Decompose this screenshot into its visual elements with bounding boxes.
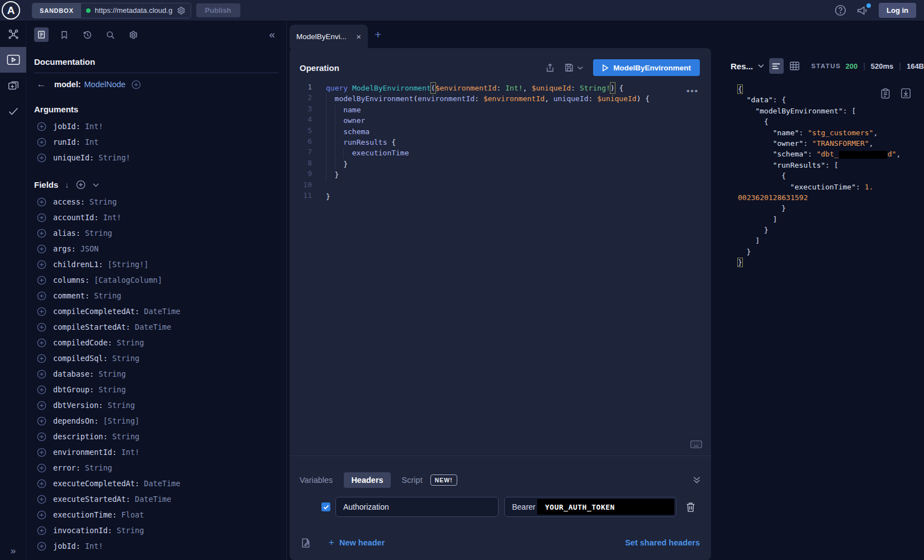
back-arrow-icon[interactable]: ← — [34, 79, 49, 90]
add-field-plus-icon[interactable] — [37, 291, 46, 301]
add-field-plus-icon[interactable] — [37, 369, 46, 379]
new-tab-icon[interactable]: + — [375, 28, 381, 41]
add-field-plus-icon[interactable] — [37, 416, 46, 426]
sort-fields-icon[interactable]: ↓ — [65, 181, 69, 189]
delete-header-icon[interactable] — [686, 502, 695, 512]
rail-item-schema[interactable] — [0, 21, 26, 47]
field-row[interactable]: alias: String — [34, 225, 278, 241]
add-field-plus-icon[interactable] — [37, 338, 46, 348]
rail-item-explorer[interactable] — [0, 47, 26, 73]
rail-item-checklist[interactable] — [0, 98, 26, 124]
add-field-plus-icon[interactable] — [37, 153, 46, 163]
response-dropdown-chevron-icon[interactable] — [758, 64, 764, 68]
docs-tab-history-icon[interactable] — [80, 27, 94, 42]
add-all-fields-icon[interactable] — [76, 180, 86, 189]
publish-button[interactable]: Publish — [196, 3, 240, 17]
collapse-panel-chevrons-icon[interactable] — [693, 476, 701, 484]
endpoint-url[interactable]: https://metadata.cloud.get — [95, 6, 172, 15]
docs-tab-documentation-icon[interactable] — [34, 27, 49, 42]
field-row[interactable]: comment: String — [34, 288, 278, 303]
add-field-plus-icon[interactable] — [37, 244, 46, 254]
add-field-plus-icon[interactable] — [37, 495, 46, 504]
add-field-plus-icon[interactable] — [37, 401, 46, 410]
docs-tab-bookmarks-icon[interactable] — [57, 27, 72, 42]
header-enabled-checkbox[interactable] — [321, 502, 330, 511]
rail-item-operation-collections[interactable] — [0, 73, 26, 98]
argument-row[interactable]: runId: Int — [34, 134, 278, 150]
add-field-plus-icon[interactable] — [37, 432, 46, 442]
docs-tab-search-icon[interactable] — [103, 27, 117, 42]
argument-row[interactable]: jobId: Int! — [34, 118, 278, 134]
expand-rail-icon[interactable]: » — [0, 545, 26, 557]
announcements-megaphone-icon[interactable] — [856, 5, 869, 16]
field-row[interactable]: access: String — [34, 194, 278, 210]
field-row[interactable]: compiledCode: String — [34, 335, 278, 350]
breadcrumb-type-link[interactable]: ModelNode — [84, 80, 126, 89]
save-options-chevron-icon[interactable] — [577, 66, 583, 70]
field-row[interactable]: dbtVersion: String — [34, 397, 278, 413]
tab-script[interactable]: Script — [402, 476, 423, 485]
run-operation-button[interactable]: ModelByEnvironment — [593, 59, 700, 76]
field-row[interactable]: executeCompletedAt: DateTime — [34, 476, 278, 491]
add-field-plus-icon[interactable] — [37, 260, 46, 269]
add-field-plus-icon[interactable] — [37, 122, 46, 131]
field-row[interactable]: compileCompletedAt: DateTime — [34, 303, 278, 319]
header-value-input[interactable]: Bearer YOUR_AUTH_TOKEN — [504, 497, 676, 517]
connection-settings-gear-icon[interactable] — [177, 6, 186, 15]
response-dropdown-label[interactable]: Res... — [731, 61, 753, 71]
operation-tab[interactable]: ModelByEnvi... × — [290, 25, 368, 49]
field-row[interactable]: accountId: Int! — [34, 210, 278, 225]
add-field-plus-icon[interactable] — [37, 322, 46, 332]
add-field-plus-icon[interactable] — [37, 276, 46, 285]
add-field-plus-icon[interactable] — [37, 463, 46, 473]
edit-as-json-icon[interactable] — [301, 538, 311, 548]
add-field-plus-icon[interactable] — [37, 354, 46, 363]
save-operation-icon[interactable] — [564, 63, 574, 73]
field-row[interactable]: environmentId: Int! — [34, 444, 278, 460]
argument-row[interactable]: uniqueId: String! — [34, 150, 278, 165]
editor-more-menu-icon[interactable]: ••• — [686, 86, 699, 96]
add-field-plus-icon[interactable] — [37, 510, 46, 520]
close-tab-icon[interactable]: × — [356, 32, 361, 41]
field-row[interactable]: args: JSON — [34, 241, 278, 257]
field-row[interactable]: childrenL1: [String!] — [34, 257, 278, 272]
field-row[interactable]: columns: [CatalogColumn] — [34, 272, 278, 288]
endpoint-url-field[interactable]: https://metadata.cloud.get — [81, 3, 191, 18]
share-operation-icon[interactable] — [545, 63, 555, 73]
field-row[interactable]: error: String — [34, 460, 278, 476]
field-row[interactable]: executionTime: Float — [34, 507, 278, 523]
add-field-plus-icon[interactable] — [37, 448, 46, 457]
response-json-viewer[interactable]: {"data": {"modelByEnvironment": [{"name"… — [718, 84, 924, 268]
field-row[interactable]: jobId: Int! — [34, 538, 278, 554]
collapse-docs-panel-icon[interactable]: « — [269, 29, 278, 41]
add-field-plus-icon[interactable] — [37, 479, 46, 488]
download-response-icon[interactable] — [901, 88, 911, 99]
graphql-editor[interactable]: 1query ModelByEnvironment($environmentId… — [290, 83, 711, 202]
keyboard-shortcuts-icon[interactable] — [690, 440, 702, 448]
set-shared-headers-link[interactable]: Set shared headers — [625, 538, 700, 547]
add-field-icon[interactable] — [131, 80, 141, 89]
field-row[interactable]: description: String — [34, 429, 278, 444]
copy-response-icon[interactable] — [881, 88, 890, 99]
field-row[interactable]: invocationId: String — [34, 523, 278, 538]
field-row[interactable]: dbtGroup: String — [34, 382, 278, 397]
add-field-plus-icon[interactable] — [37, 229, 46, 238]
json-view-toggle-icon[interactable] — [769, 58, 784, 74]
tab-variables[interactable]: Variables — [300, 476, 333, 485]
add-field-plus-icon[interactable] — [37, 137, 46, 147]
field-row[interactable]: database: String — [34, 366, 278, 382]
field-row[interactable]: compileStartedAt: DateTime — [34, 319, 278, 335]
tab-headers[interactable]: Headers — [344, 472, 390, 488]
table-view-toggle-icon[interactable] — [790, 61, 799, 70]
add-field-plus-icon[interactable] — [37, 307, 46, 316]
header-key-input[interactable] — [335, 497, 499, 517]
apollo-logo-icon[interactable]: A — [2, 1, 20, 20]
fields-chevron-down-icon[interactable] — [93, 183, 99, 187]
docs-tab-settings-gear-icon[interactable] — [126, 27, 140, 42]
add-field-plus-icon[interactable] — [37, 542, 46, 551]
field-row[interactable]: dependsOn: [String] — [34, 413, 278, 429]
add-field-plus-icon[interactable] — [37, 213, 46, 222]
login-button[interactable]: Log in — [879, 3, 916, 18]
add-field-plus-icon[interactable] — [37, 385, 46, 395]
field-row[interactable]: compiledSql: String — [34, 350, 278, 366]
